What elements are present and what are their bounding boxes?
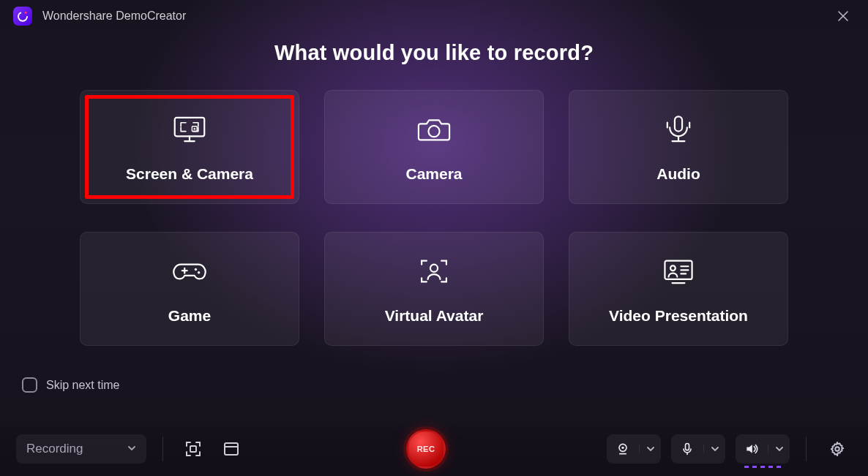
title-bar: Wondershare DemoCreator: [0, 0, 868, 32]
separator: [162, 437, 163, 461]
window-icon: [222, 439, 241, 458]
card-game[interactable]: Game: [80, 232, 299, 346]
svg-rect-24: [190, 446, 196, 452]
card-label: Audio: [656, 165, 700, 183]
page-heading: What would you like to record?: [0, 41, 868, 65]
record-button[interactable]: REC: [406, 429, 446, 469]
svg-point-7: [428, 126, 439, 137]
mode-dropdown[interactable]: Recording: [16, 434, 146, 464]
svg-point-31: [835, 447, 839, 451]
record-mode-grid: Screen & Camera Camera Audio: [79, 90, 789, 346]
gear-icon: [829, 441, 845, 457]
card-label: Game: [168, 307, 211, 325]
svg-point-28: [621, 446, 624, 448]
card-virtual-avatar[interactable]: Virtual Avatar: [324, 232, 544, 346]
window-region-button[interactable]: [217, 435, 245, 463]
svg-point-16: [198, 271, 200, 273]
card-label: Screen & Camera: [126, 165, 253, 183]
card-label: Virtual Avatar: [385, 307, 484, 325]
skip-next-time-row: Skip next time: [22, 377, 119, 393]
separator: [806, 437, 807, 461]
microphone-icon: [659, 111, 698, 148]
card-label: Camera: [405, 165, 462, 183]
skip-next-time-label: Skip next time: [46, 379, 119, 392]
skip-next-time-checkbox[interactable]: [22, 377, 37, 393]
svg-rect-25: [225, 443, 238, 455]
webcam-toggle[interactable]: [607, 434, 661, 464]
record-button-label: REC: [417, 445, 435, 453]
close-button[interactable]: [831, 4, 855, 28]
app-title: Wondershare DemoCreator: [42, 10, 186, 23]
fullscreen-region-button[interactable]: [179, 435, 207, 463]
svg-point-5: [193, 128, 195, 130]
svg-point-19: [670, 265, 676, 271]
svg-point-15: [195, 268, 197, 271]
svg-rect-8: [675, 116, 682, 131]
system-audio-toggle[interactable]: [736, 434, 790, 464]
camera-icon: [414, 111, 454, 148]
card-screen-and-camera[interactable]: Screen & Camera: [80, 90, 299, 204]
chevron-down-icon: [127, 442, 136, 456]
screen-camera-icon: [170, 111, 209, 148]
card-audio[interactable]: Audio: [569, 90, 788, 204]
microphone-icon: [671, 442, 703, 456]
presentation-icon: [659, 253, 698, 290]
microphone-toggle[interactable]: [671, 434, 725, 464]
svg-rect-29: [686, 443, 689, 450]
settings-button[interactable]: [823, 434, 852, 464]
svg-point-17: [430, 265, 438, 272]
svg-point-1: [25, 12, 27, 14]
speaker-icon: [736, 442, 768, 456]
bottom-toolbar: Recording REC: [0, 421, 868, 476]
chevron-down-icon[interactable]: [768, 445, 790, 453]
gamepad-icon: [170, 253, 209, 290]
svg-rect-2: [175, 118, 205, 136]
chevron-down-icon[interactable]: [703, 445, 725, 453]
fullscreen-icon: [184, 439, 203, 458]
card-label: Video Presentation: [609, 307, 748, 325]
card-video-presentation[interactable]: Video Presentation: [569, 232, 788, 346]
close-icon: [838, 11, 848, 21]
card-camera[interactable]: Camera: [324, 90, 544, 204]
webcam-icon: [607, 442, 639, 456]
avatar-scan-icon: [414, 253, 454, 290]
app-logo: [13, 7, 32, 26]
mode-dropdown-label: Recording: [26, 442, 83, 456]
chevron-down-icon[interactable]: [639, 445, 661, 453]
